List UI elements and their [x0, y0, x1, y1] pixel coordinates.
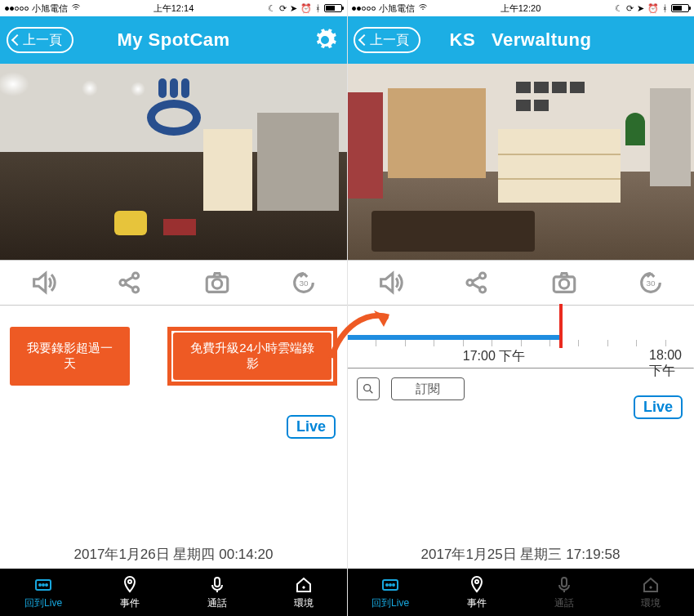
record-more-label: 我要錄影超過一天	[27, 341, 113, 370]
mic-icon	[554, 575, 574, 595]
share-icon	[463, 269, 491, 297]
bluetooth-icon: ᚼ	[315, 4, 321, 13]
share-icon	[116, 269, 144, 297]
alarm-icon: ⏰	[647, 4, 659, 13]
tab-label: 環境	[641, 596, 661, 610]
tab-call[interactable]: 通話	[174, 569, 260, 616]
home-icon	[641, 575, 661, 595]
subscribe-label: 訂閱	[416, 382, 440, 395]
back-button[interactable]: 上一頁	[354, 27, 420, 53]
status-bar: 小旭電信 上午12:20 ☾ ⟳ ➤ ⏰ ᚼ	[347, 0, 694, 16]
share-button[interactable]	[434, 261, 520, 305]
back-label: 上一頁	[23, 33, 62, 47]
rewind-30-icon: 30	[637, 269, 665, 297]
wifi-icon	[418, 2, 428, 14]
action-row: 30	[347, 260, 694, 306]
signal-dots-icon	[352, 7, 376, 11]
share-button[interactable]	[87, 261, 173, 305]
tab-label: 通話	[207, 596, 227, 610]
status-bar: 小旭電信 上午12:14 ☾ ⟳ ➤ ⏰ ᚼ	[0, 0, 347, 16]
speaker-button[interactable]	[0, 261, 87, 305]
mic-icon	[207, 575, 227, 595]
back-label: 上一頁	[370, 33, 409, 47]
camera-icon	[203, 269, 231, 297]
signal-dots-icon	[5, 7, 29, 11]
live-icon	[33, 575, 53, 595]
nav-bar: 上一頁 My SpotCam	[0, 16, 347, 64]
location-icon: ➤	[637, 4, 644, 13]
pin-icon	[467, 575, 487, 595]
home-icon	[294, 575, 314, 595]
alarm-icon: ⏰	[300, 4, 312, 13]
search-button[interactable]	[357, 377, 380, 400]
svg-point-16	[559, 279, 568, 288]
carrier-label: 小旭電信	[32, 2, 68, 15]
battery-icon	[324, 4, 342, 12]
live-badge[interactable]: Live	[287, 415, 336, 439]
clock-label: 上午12:20	[500, 2, 541, 15]
nav-bar: 上一頁 KS Verwaltung	[347, 16, 694, 64]
settings-button[interactable]	[313, 28, 337, 52]
tick-label: 18:00 下午	[649, 348, 682, 380]
speaker-icon	[376, 269, 404, 297]
upgrade-cloud-label: 免費升級24小時雲端錄影	[190, 341, 314, 370]
camera-icon	[550, 269, 578, 297]
search-icon	[362, 382, 375, 395]
carrier-label: 小旭電信	[379, 2, 415, 15]
clock-label: 上午12:14	[153, 2, 194, 15]
battery-icon	[671, 4, 689, 12]
tab-label: 回到Live	[371, 596, 409, 610]
svg-point-18	[364, 385, 371, 391]
tab-events[interactable]: 事件	[87, 569, 173, 616]
page-title: KS Verwaltung	[450, 29, 592, 51]
timeline[interactable]	[347, 307, 694, 346]
tab-bar: 回到Live 事件 通話 環境	[347, 569, 694, 616]
speaker-button[interactable]	[347, 261, 434, 305]
lock-icon: ⟳	[279, 4, 287, 13]
tab-label: 回到Live	[24, 596, 62, 610]
svg-text:30: 30	[299, 279, 309, 288]
svg-point-8	[42, 584, 44, 586]
moon-icon: ☾	[268, 4, 276, 13]
camera-view[interactable]	[0, 64, 347, 260]
svg-point-9	[46, 584, 47, 586]
rewind-30-icon: 30	[290, 269, 318, 297]
record-more-button[interactable]: 我要錄影超過一天	[10, 327, 130, 386]
tab-label: 事件	[120, 596, 140, 610]
timestamp-label: 2017年1月26日 星期四 00:14:20	[0, 545, 347, 564]
back-button[interactable]: 上一頁	[7, 27, 73, 53]
tab-label: 通話	[554, 596, 574, 610]
tab-environment[interactable]: 環境	[260, 569, 347, 616]
page-title: My SpotCam	[117, 29, 229, 51]
svg-point-20	[386, 584, 388, 586]
tab-label: 環境	[294, 596, 314, 610]
subscribe-button[interactable]: 訂閱	[391, 377, 465, 400]
timeline-cursor[interactable]	[559, 304, 563, 348]
location-icon: ➤	[290, 4, 297, 13]
rewind-30-button[interactable]: 30	[260, 261, 347, 305]
live-icon	[380, 575, 400, 595]
svg-point-21	[389, 584, 391, 586]
bluetooth-icon: ᚼ	[662, 4, 668, 13]
timeline-recorded-segment	[347, 335, 559, 340]
moon-icon: ☾	[615, 4, 623, 13]
gear-icon	[313, 28, 337, 52]
svg-point-4	[212, 279, 221, 288]
tab-live[interactable]: 回到Live	[347, 569, 434, 616]
speaker-icon	[29, 269, 57, 297]
live-badge[interactable]: Live	[634, 395, 683, 419]
rewind-30-button[interactable]: 30	[607, 261, 694, 305]
snapshot-button[interactable]	[174, 261, 260, 305]
svg-point-23	[475, 580, 478, 583]
promo-highlight: 免費升級24小時雲端錄影	[167, 327, 337, 386]
svg-point-10	[128, 580, 131, 583]
tab-label: 事件	[467, 596, 487, 610]
snapshot-button[interactable]	[521, 261, 607, 305]
camera-view[interactable]	[347, 64, 694, 260]
tab-bar: 回到Live 事件 通話 環境	[0, 569, 347, 616]
svg-point-7	[39, 584, 41, 586]
tab-events[interactable]: 事件	[434, 569, 520, 616]
tab-live[interactable]: 回到Live	[0, 569, 87, 616]
upgrade-cloud-button[interactable]: 免費升級24小時雲端錄影	[173, 333, 331, 380]
svg-rect-24	[562, 578, 567, 587]
